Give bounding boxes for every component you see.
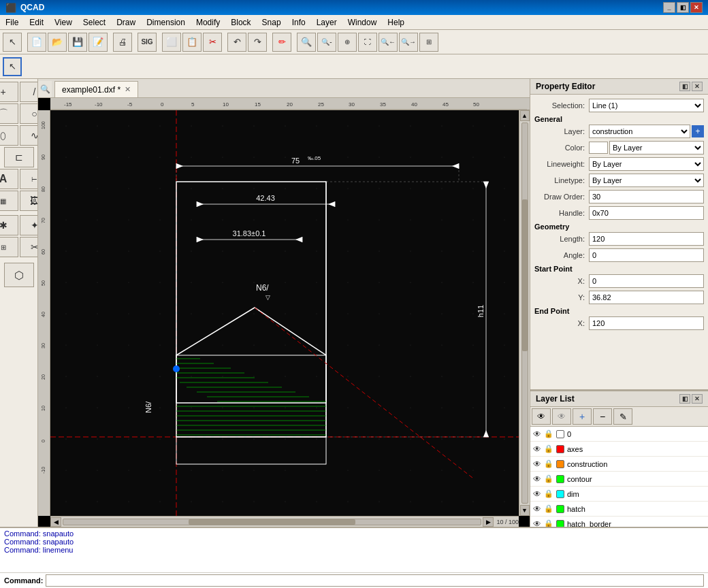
erase-btn[interactable]: ✏ <box>272 33 291 52</box>
layer-row[interactable]: 👁 🔒 axes <box>530 442 708 457</box>
layer-lock-icon[interactable]: 🔒 <box>544 474 553 483</box>
menu-draw[interactable]: Draw <box>111 16 141 29</box>
zoom-fit-btn[interactable]: ⛶ <box>358 33 377 52</box>
pe-restore-btn[interactable]: ◧ <box>679 82 690 91</box>
layer-dropdown[interactable]: construction <box>589 125 690 138</box>
zoom-in-btn[interactable]: 🔍 <box>297 33 316 52</box>
drawing-tab[interactable]: example01.dxf * ✕ <box>54 81 138 97</box>
command-input[interactable] <box>46 574 704 587</box>
angle-input[interactable] <box>589 248 704 262</box>
tool-plus[interactable]: + <box>0 82 18 102</box>
layer-add-btn[interactable]: + <box>692 125 704 137</box>
lineweight-dropdown[interactable]: By Layer <box>589 157 704 171</box>
layer-lock-icon[interactable]: 🔒 <box>544 519 553 527</box>
zoom-prev-btn[interactable]: 🔍← <box>379 33 398 52</box>
tool-snap[interactable]: ✱ <box>0 215 18 235</box>
zoom-window-btn[interactable]: ⊕ <box>338 33 357 52</box>
tool-block[interactable]: ⊞ <box>0 237 18 257</box>
maximize-button[interactable]: ◧ <box>677 2 689 13</box>
tool-polyline[interactable]: ⊏ <box>4 147 34 167</box>
tool-snap2[interactable]: ✦ <box>20 215 39 235</box>
version-btn[interactable]: SIG <box>138 33 157 52</box>
tool-dim[interactable]: ⊢ <box>20 169 39 189</box>
selection-dropdown[interactable]: Line (1) <box>589 99 704 112</box>
menu-snap[interactable]: Snap <box>257 16 287 29</box>
layer-lock-icon[interactable]: 🔒 <box>544 444 553 453</box>
menu-info[interactable]: Info <box>287 16 311 29</box>
length-input[interactable] <box>589 232 704 246</box>
paste-btn[interactable]: 📋 <box>182 33 202 52</box>
color-dropdown[interactable]: By Layer <box>609 141 704 154</box>
cut-copy-btn[interactable]: ⬜ <box>162 33 181 52</box>
layer-eye-icon[interactable]: 👁 <box>533 519 541 527</box>
vertical-scrollbar[interactable]: ▲ ▼ <box>519 110 530 516</box>
tool-ellipse[interactable]: ⬯ <box>0 125 18 146</box>
tool-line[interactable]: / <box>20 82 39 102</box>
ll-edit-layer-btn[interactable]: ✎ <box>613 408 632 425</box>
select-tool-btn[interactable]: ↖ <box>3 33 22 52</box>
layer-row[interactable]: 👁 🔒 construction <box>530 457 708 472</box>
layer-lock-icon[interactable]: 🔒 <box>544 429 553 438</box>
v-scroll-track[interactable] <box>521 122 528 504</box>
layer-eye-icon[interactable]: 👁 <box>533 429 541 439</box>
ll-hide-all-btn[interactable]: 👁 <box>552 408 571 425</box>
tool-spline[interactable]: ∿ <box>20 125 39 146</box>
layer-row[interactable]: 👁 🔒 contour <box>530 472 708 487</box>
layer-row[interactable]: 👁 🔒 dim <box>530 487 708 502</box>
layer-lock-icon[interactable]: 🔒 <box>544 489 553 498</box>
open-btn[interactable]: 📂 <box>48 33 67 52</box>
menu-layer[interactable]: Layer <box>311 16 342 29</box>
ll-delete-layer-btn[interactable]: − <box>593 408 612 425</box>
saveas-btn[interactable]: 📝 <box>88 33 108 52</box>
layer-eye-icon[interactable]: 👁 <box>533 489 541 499</box>
layer-row[interactable]: 👁 🔒 hatch_border <box>530 517 708 527</box>
menu-modify[interactable]: Modify <box>191 16 225 29</box>
sp-x-input[interactable] <box>589 274 704 288</box>
canvas-container[interactable]: -15 -10 -5 0 5 10 15 20 25 30 35 40 45 5… <box>38 98 530 527</box>
drawing-canvas[interactable]: 75 ‰.05 42.43 31.83±0.1 <box>50 110 530 516</box>
tool-hatch[interactable]: ▦ <box>0 191 18 211</box>
tool-circle[interactable]: ○ <box>20 103 39 124</box>
ll-show-all-btn[interactable]: 👁 <box>532 408 551 425</box>
h-scroll-thumb[interactable] <box>189 519 355 525</box>
new-btn[interactable]: 📄 <box>27 33 46 52</box>
tool-modify[interactable]: ✂ <box>20 237 39 257</box>
tool-image[interactable]: 🖼 <box>20 191 39 211</box>
tool-3d[interactable]: ⬡ <box>4 263 34 287</box>
menu-select[interactable]: Select <box>78 16 111 29</box>
menu-file[interactable]: File <box>0 16 24 29</box>
linetype-dropdown[interactable]: By Layer <box>589 174 704 187</box>
layer-eye-icon[interactable]: 👁 <box>533 459 541 469</box>
zoom-full-btn[interactable]: ⊞ <box>419 33 438 52</box>
scroll-up-btn[interactable]: ▲ <box>520 110 530 121</box>
menu-edit[interactable]: Edit <box>24 16 49 29</box>
menu-dimension[interactable]: Dimension <box>141 16 191 29</box>
scroll-left-btn[interactable]: ◀ <box>50 517 61 527</box>
ll-close-btn[interactable]: ✕ <box>692 394 703 404</box>
ll-restore-btn[interactable]: ◧ <box>679 394 690 404</box>
ep-x-input[interactable] <box>589 316 704 330</box>
layer-lock-icon[interactable]: 🔒 <box>544 504 553 513</box>
tool-arc[interactable]: ⌒ <box>0 103 18 124</box>
h-scroll-track[interactable] <box>63 519 481 525</box>
zoom-out-btn[interactable]: 🔍- <box>317 33 336 52</box>
scroll-down-btn[interactable]: ▼ <box>520 505 530 516</box>
select-arrow-btn[interactable]: ↖ <box>3 57 22 76</box>
layer-eye-icon[interactable]: 👁 <box>533 444 541 454</box>
save-btn[interactable]: 💾 <box>68 33 87 52</box>
ll-add-layer-btn[interactable]: + <box>573 408 592 425</box>
scroll-right-btn[interactable]: ▶ <box>483 517 494 527</box>
layer-eye-icon[interactable]: 👁 <box>533 504 541 514</box>
menu-block[interactable]: Block <box>225 16 256 29</box>
layer-row[interactable]: 👁 🔒 hatch <box>530 502 708 517</box>
minimize-button[interactable]: _ <box>663 2 675 13</box>
pe-close-btn[interactable]: ✕ <box>692 82 703 91</box>
print-btn[interactable]: 🖨 <box>113 33 132 52</box>
delete-btn[interactable]: ✂ <box>203 33 222 52</box>
tool-text[interactable]: A <box>0 169 18 189</box>
tab-search-icon[interactable]: 🔍 <box>38 81 52 97</box>
tab-close-icon[interactable]: ✕ <box>125 85 131 94</box>
sp-y-input[interactable] <box>589 291 704 304</box>
horizontal-scrollbar[interactable]: ◀ ▶ 10 / 100 <box>50 516 519 527</box>
menu-help[interactable]: Help <box>382 16 410 29</box>
